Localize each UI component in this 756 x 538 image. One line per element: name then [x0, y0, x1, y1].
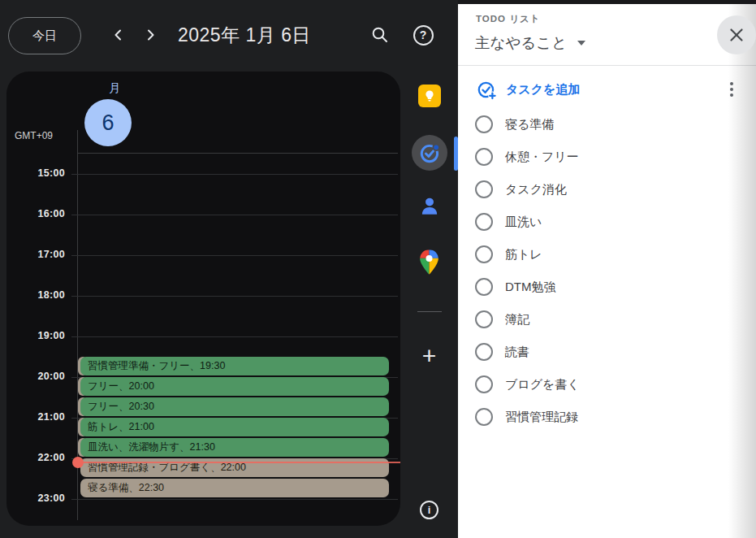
- event-label: 筋トレ、21:00: [80, 418, 389, 436]
- google-maps-button[interactable]: [400, 249, 458, 276]
- search-button[interactable]: [368, 23, 392, 47]
- event-label: 皿洗い、洗濯物片す、21:30: [80, 438, 389, 457]
- task-row: DTM勉強: [458, 271, 756, 303]
- search-icon: [370, 25, 390, 45]
- task-row: 寝る準備: [458, 108, 756, 141]
- google-keep-button[interactable]: [400, 85, 458, 107]
- close-icon: [728, 26, 745, 44]
- chevron-left-icon: [112, 28, 125, 41]
- screen: 今日 2025年 1月 6日 ?: [0, 0, 756, 538]
- task-row: タスク消化: [458, 173, 756, 206]
- task-checkbox[interactable]: [475, 343, 493, 361]
- task-label[interactable]: DTM勉強: [505, 280, 556, 295]
- add-task-icon: [477, 80, 497, 100]
- panel-overline: TODO リスト: [476, 13, 541, 25]
- calendar-event[interactable]: フリー、20:00: [79, 377, 389, 396]
- contacts-icon: [419, 195, 440, 218]
- task-checkbox[interactable]: [475, 213, 493, 231]
- task-row: 皿洗い: [458, 206, 756, 238]
- tasks-panel: TODO リスト 主なやること タスクを追加: [458, 0, 756, 538]
- task-list-title: 主なやること: [475, 33, 567, 53]
- timezone-label: GMT+09: [10, 130, 71, 141]
- calendar-event[interactable]: フリー、20:30: [79, 397, 389, 416]
- chevron-down-icon: [577, 41, 585, 46]
- next-day-button[interactable]: [139, 24, 162, 46]
- help-icon: ?: [413, 25, 434, 46]
- plus-icon: +: [422, 345, 437, 367]
- hour-label: 22:00: [6, 452, 65, 463]
- hour-label: 20:00: [6, 371, 65, 382]
- list-options-button[interactable]: [722, 80, 741, 99]
- google-contacts-button[interactable]: [400, 195, 458, 218]
- maps-icon: [417, 249, 441, 276]
- day-number-badge[interactable]: 6: [84, 99, 132, 146]
- hour-gridline: [71, 174, 398, 175]
- task-row: ブログを書く: [458, 368, 756, 401]
- task-checkbox[interactable]: [475, 408, 493, 426]
- side-icon-rail: + i: [400, 72, 458, 538]
- calendar-event[interactable]: 皿洗い、洗濯物片す、21:30: [79, 438, 389, 457]
- hour-label: 18:00: [6, 289, 65, 301]
- task-label[interactable]: 読書: [505, 345, 529, 360]
- hour-gridline: [71, 255, 398, 256]
- hour-label: 17:00: [6, 249, 65, 260]
- task-checkbox[interactable]: [475, 375, 493, 393]
- allday-separator-line: [77, 153, 398, 154]
- task-label[interactable]: タスク消化: [505, 182, 567, 197]
- hour-label: 15:00: [6, 167, 65, 179]
- task-label[interactable]: 休憩・フリー: [505, 150, 579, 165]
- task-row: 読書: [458, 336, 756, 368]
- event-label: フリー、20:30: [80, 397, 389, 416]
- hour-gridline: [71, 215, 398, 215]
- event-label: 寝る準備、22:30: [80, 479, 389, 497]
- date-title: 2025年 1月 6日: [178, 23, 311, 48]
- event-label: フリー、20:00: [80, 377, 389, 396]
- task-row: 休憩・フリー: [458, 141, 756, 173]
- task-label[interactable]: 習慣管理記録: [505, 410, 578, 425]
- task-label[interactable]: 皿洗い: [505, 215, 542, 230]
- calendar-event[interactable]: 筋トレ、21:00: [79, 418, 389, 436]
- task-label[interactable]: 寝る準備: [505, 117, 554, 132]
- hour-gridline: [71, 499, 398, 500]
- chevron-right-icon: [144, 28, 157, 41]
- weekday-label: 月: [98, 81, 131, 96]
- today-button[interactable]: 今日: [8, 17, 81, 54]
- hour-gridline: [71, 336, 398, 337]
- task-checkbox[interactable]: [475, 148, 493, 166]
- help-button[interactable]: ?: [411, 23, 435, 47]
- keep-icon: [418, 85, 441, 107]
- task-checkbox[interactable]: [475, 310, 493, 328]
- side-panel-info-button[interactable]: i: [400, 501, 458, 519]
- info-icon: i: [420, 501, 438, 519]
- get-addons-button[interactable]: +: [400, 345, 458, 367]
- google-tasks-button[interactable]: [412, 135, 447, 171]
- calendar-topbar: 今日 2025年 1月 6日 ?: [0, 0, 458, 72]
- current-time-dot: [72, 457, 84, 468]
- panel-top-edge: [458, 0, 756, 4]
- hour-label: 23:00: [6, 492, 65, 504]
- close-panel-button[interactable]: [717, 15, 756, 54]
- rail-divider: [417, 311, 442, 312]
- panel-header-divider: [458, 65, 756, 66]
- tasks-icon: [419, 142, 441, 164]
- calendar-app: 今日 2025年 1月 6日 ?: [0, 0, 458, 538]
- prev-day-button[interactable]: [107, 24, 130, 46]
- hour-label: 16:00: [6, 208, 65, 219]
- task-checkbox[interactable]: [475, 115, 493, 133]
- task-checkbox[interactable]: [475, 180, 493, 198]
- task-label[interactable]: 簿記: [505, 312, 529, 328]
- calendar-event[interactable]: 寝る準備、22:30: [79, 479, 389, 497]
- hour-row: 18:00: [6, 296, 398, 297]
- task-list-picker[interactable]: 主なやること: [475, 33, 585, 53]
- task-checkbox[interactable]: [475, 278, 493, 296]
- hour-row: 17:00: [6, 255, 398, 256]
- calendar-event[interactable]: 習慣管理準備・フリー、19:30: [79, 357, 389, 375]
- hour-row: 23:00: [6, 499, 398, 500]
- add-task-button[interactable]: タスクを追加: [458, 80, 580, 100]
- event-label: 習慣管理準備・フリー、19:30: [80, 357, 389, 375]
- task-row: 簿記: [458, 303, 756, 336]
- task-checkbox[interactable]: [475, 245, 493, 263]
- task-label[interactable]: 筋トレ: [505, 247, 542, 262]
- kebab-icon: [730, 82, 733, 85]
- task-label[interactable]: ブログを書く: [505, 377, 580, 393]
